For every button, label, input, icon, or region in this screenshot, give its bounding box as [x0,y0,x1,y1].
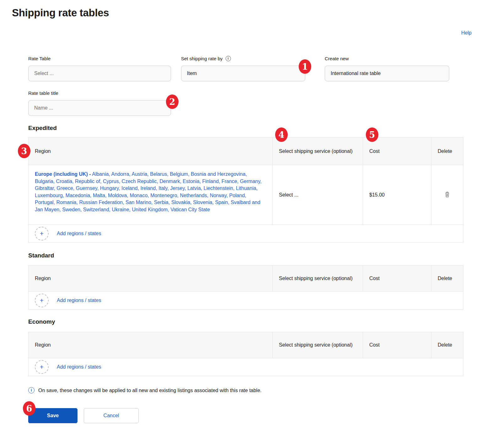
create-new-field-group: Create new [325,56,449,81]
region-edit-link[interactable]: Europe (including UK) - Albania, Andorra… [35,171,265,213]
cost-value[interactable]: $15.00 [363,165,431,224]
add-regions-link-economy[interactable]: Add regions / states [57,364,101,370]
economy-table-header: Region Select shipping service (optional… [29,332,463,358]
standard-table-header: Region Select shipping service (optional… [29,266,463,291]
set-shipping-rate-label: Set shipping rate by [181,56,223,61]
set-shipping-rate-field-group: Set shipping rate by i Item [181,56,305,81]
plus-icon[interactable]: + [35,227,49,240]
shipping-service-select[interactable]: Select ... [272,165,363,224]
add-regions-link-expedited[interactable]: Add regions / states [57,231,101,236]
economy-table: Region Select shipping service (optional… [28,332,463,376]
annotation-badge-2: 2 [166,94,179,109]
column-header-cost: Cost [363,266,431,291]
save-note-text: On save, these changes will be applied t… [38,387,262,394]
rate-table-select[interactable]: Select ... [28,66,171,81]
add-regions-row-expedited: + Add regions / states [29,224,463,242]
help-link[interactable]: Help [461,30,472,36]
expedited-table: Region Select shipping service (optional… [28,137,463,243]
table-row: Europe (including UK) - Albania, Andorra… [29,165,463,224]
column-header-delete: Delete [431,138,463,165]
column-header-delete: Delete [431,266,463,291]
expedited-table-header: Region Select shipping service (optional… [29,138,463,165]
plus-icon[interactable]: + [35,294,49,307]
column-header-delete: Delete [431,332,463,358]
column-header-cost: Cost [363,332,431,358]
cancel-button[interactable]: Cancel [84,408,139,423]
page-title: Shipping rate tables [12,7,109,19]
add-regions-link-standard[interactable]: Add regions / states [57,298,101,303]
rate-table-title-field-group: Rate table title [28,90,171,116]
set-shipping-rate-select[interactable]: Item [181,66,305,81]
shipping-rate-tables-page: Shipping rate tables Help Rate Table Sel… [0,0,502,448]
section-title-economy: Economy [28,318,55,325]
column-header-service: Select shipping service (optional) [272,138,363,165]
annotation-badge-6: 6 [23,401,35,416]
plus-icon[interactable]: + [35,360,49,374]
column-header-service: Select shipping service (optional) [272,332,363,358]
column-header-region: Region [29,266,272,291]
rate-table-field-group: Rate Table Select ... [28,56,171,81]
save-note-row: i On save, these changes will be applied… [28,387,342,394]
delete-row-button[interactable] [443,190,451,200]
create-new-label: Create new [325,56,449,61]
info-icon[interactable]: i [226,56,231,61]
rate-table-title-input[interactable] [28,100,171,116]
save-button[interactable]: Save [28,408,77,423]
column-header-service: Select shipping service (optional) [272,266,363,291]
annotation-badge-4: 4 [275,127,288,142]
info-icon: i [28,387,35,393]
annotation-badge-3: 3 [18,144,30,158]
create-new-input[interactable] [325,66,449,81]
trash-icon [445,192,450,198]
column-header-region: Region [29,138,272,165]
column-header-region: Region [29,332,272,358]
add-regions-row-economy: + Add regions / states [29,358,463,376]
add-regions-row-standard: + Add regions / states [29,291,463,309]
annotation-badge-5: 5 [366,127,378,142]
rate-table-title-label: Rate table title [28,90,171,96]
annotation-badge-1: 1 [299,59,311,74]
standard-table: Region Select shipping service (optional… [28,265,463,310]
section-title-expedited: Expedited [28,125,57,132]
rate-table-label: Rate Table [28,56,171,61]
section-title-standard: Standard [28,252,54,259]
